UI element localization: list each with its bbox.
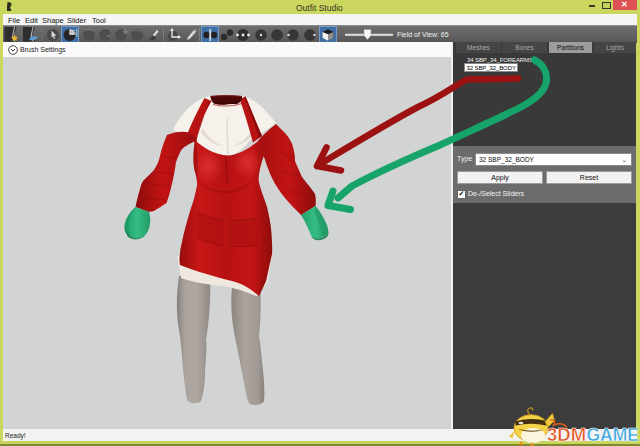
svg-text:3DM: 3DM — [547, 424, 586, 445]
svg-text:GAME: GAME — [587, 425, 640, 445]
